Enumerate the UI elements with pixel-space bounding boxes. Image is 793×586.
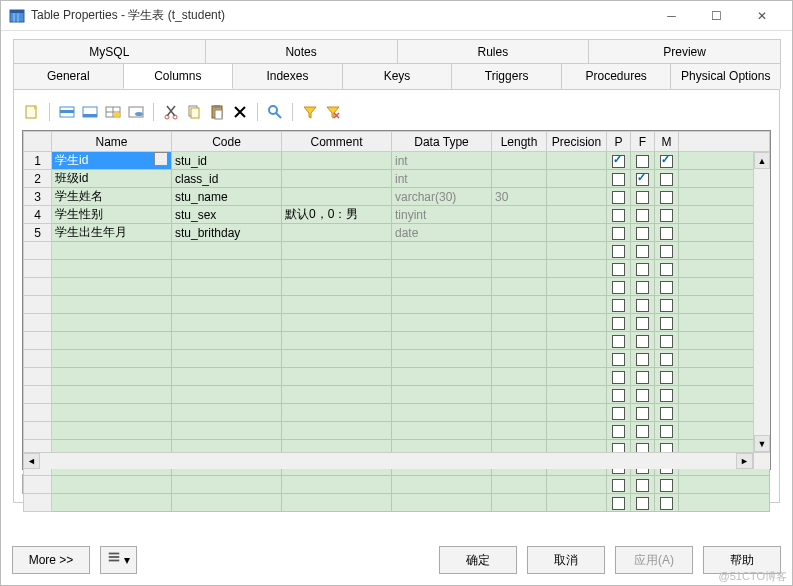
- cell-precision[interactable]: [547, 206, 607, 224]
- checkbox[interactable]: [636, 425, 649, 438]
- cell-length[interactable]: [492, 170, 547, 188]
- checkbox[interactable]: [636, 335, 649, 348]
- checkbox[interactable]: [660, 227, 673, 240]
- checkbox[interactable]: [612, 317, 625, 330]
- checkbox[interactable]: [660, 389, 673, 402]
- cell-m[interactable]: [655, 206, 679, 224]
- cell-f[interactable]: [631, 152, 655, 170]
- checkbox[interactable]: [612, 479, 625, 492]
- table-row-empty[interactable]: [24, 242, 770, 260]
- tab-general[interactable]: General: [13, 63, 124, 89]
- col-header-m[interactable]: M: [655, 132, 679, 152]
- ellipsis-button[interactable]: …: [154, 152, 168, 166]
- cell-p[interactable]: [607, 206, 631, 224]
- checkbox[interactable]: [636, 191, 649, 204]
- table-row-empty[interactable]: [24, 494, 770, 512]
- delete-icon[interactable]: [230, 102, 250, 122]
- cell-comment[interactable]: [282, 170, 392, 188]
- row-number[interactable]: [24, 404, 52, 422]
- checkbox[interactable]: [612, 407, 625, 420]
- tab-triggers[interactable]: Triggers: [451, 63, 562, 89]
- col-header-length[interactable]: Length: [492, 132, 547, 152]
- checkbox[interactable]: [660, 371, 673, 384]
- cell-name[interactable]: 学生出生年月: [52, 224, 172, 242]
- checkbox[interactable]: [636, 245, 649, 258]
- cell-length[interactable]: [492, 206, 547, 224]
- row-number[interactable]: [24, 296, 52, 314]
- row-number[interactable]: [24, 422, 52, 440]
- cancel-button[interactable]: 取消: [527, 546, 605, 574]
- filter-clear-icon[interactable]: [323, 102, 343, 122]
- checkbox[interactable]: [612, 173, 625, 186]
- cell-code[interactable]: stu_id: [172, 152, 282, 170]
- row-number[interactable]: [24, 332, 52, 350]
- checkbox[interactable]: [636, 281, 649, 294]
- col-header-precision[interactable]: Precision: [547, 132, 607, 152]
- insert-row-icon[interactable]: [57, 102, 77, 122]
- scroll-up-icon[interactable]: ▲: [754, 152, 770, 169]
- tab-preview[interactable]: Preview: [588, 39, 781, 64]
- cell-name[interactable]: 班级id: [52, 170, 172, 188]
- table-row-empty[interactable]: [24, 368, 770, 386]
- cut-icon[interactable]: [161, 102, 181, 122]
- table-row[interactable]: 1学生id…stu_idint: [24, 152, 770, 170]
- find-icon[interactable]: [265, 102, 285, 122]
- row-number[interactable]: 1: [24, 152, 52, 170]
- checkbox[interactable]: [636, 371, 649, 384]
- table-row-empty[interactable]: [24, 476, 770, 494]
- col-header-comment[interactable]: Comment: [282, 132, 392, 152]
- table-row-empty[interactable]: [24, 386, 770, 404]
- checkbox[interactable]: [612, 155, 625, 168]
- checkbox[interactable]: [612, 497, 625, 510]
- col-header-name[interactable]: Name: [52, 132, 172, 152]
- cell-f[interactable]: [631, 170, 655, 188]
- checkbox[interactable]: [636, 479, 649, 492]
- cell-datatype[interactable]: int: [392, 170, 492, 188]
- col-header-rownum[interactable]: [24, 132, 52, 152]
- table-row-empty[interactable]: [24, 332, 770, 350]
- cell-datatype[interactable]: tinyint: [392, 206, 492, 224]
- copy-icon[interactable]: [184, 102, 204, 122]
- col-header-code[interactable]: Code: [172, 132, 282, 152]
- tab-columns[interactable]: Columns: [123, 63, 234, 89]
- cell-comment[interactable]: [282, 188, 392, 206]
- checkbox[interactable]: [660, 353, 673, 366]
- cell-datatype[interactable]: varchar(30): [392, 188, 492, 206]
- table-row-empty[interactable]: [24, 278, 770, 296]
- checkbox[interactable]: [612, 209, 625, 222]
- table-row-empty[interactable]: [24, 260, 770, 278]
- row-number[interactable]: 5: [24, 224, 52, 242]
- cell-comment[interactable]: 默认0，0：男: [282, 206, 392, 224]
- checkbox[interactable]: [612, 371, 625, 384]
- tab-notes[interactable]: Notes: [205, 39, 398, 64]
- table-row-empty[interactable]: [24, 404, 770, 422]
- row-number[interactable]: [24, 314, 52, 332]
- tab-physical-options[interactable]: Physical Options: [670, 63, 781, 89]
- checkbox[interactable]: [636, 155, 649, 168]
- checkbox[interactable]: [612, 245, 625, 258]
- table-row[interactable]: 2班级idclass_idint: [24, 170, 770, 188]
- filter-icon[interactable]: [300, 102, 320, 122]
- checkbox[interactable]: [636, 407, 649, 420]
- cell-precision[interactable]: [547, 152, 607, 170]
- row-number[interactable]: [24, 368, 52, 386]
- cell-comment[interactable]: [282, 224, 392, 242]
- checkbox[interactable]: [660, 263, 673, 276]
- cell-m[interactable]: [655, 170, 679, 188]
- cell-length[interactable]: [492, 224, 547, 242]
- cell-datatype[interactable]: date: [392, 224, 492, 242]
- checkbox[interactable]: [612, 389, 625, 402]
- scroll-down-icon[interactable]: ▼: [754, 435, 770, 452]
- grid-icon[interactable]: [103, 102, 123, 122]
- tab-procedures[interactable]: Procedures: [561, 63, 672, 89]
- tab-keys[interactable]: Keys: [342, 63, 453, 89]
- checkbox[interactable]: [660, 299, 673, 312]
- maximize-button[interactable]: ☐: [694, 1, 739, 30]
- checkbox[interactable]: [660, 479, 673, 492]
- checkbox[interactable]: [636, 317, 649, 330]
- cell-datatype[interactable]: int: [392, 152, 492, 170]
- minimize-button[interactable]: ─: [649, 1, 694, 30]
- cell-m[interactable]: [655, 188, 679, 206]
- checkbox[interactable]: [660, 335, 673, 348]
- checkbox[interactable]: [660, 497, 673, 510]
